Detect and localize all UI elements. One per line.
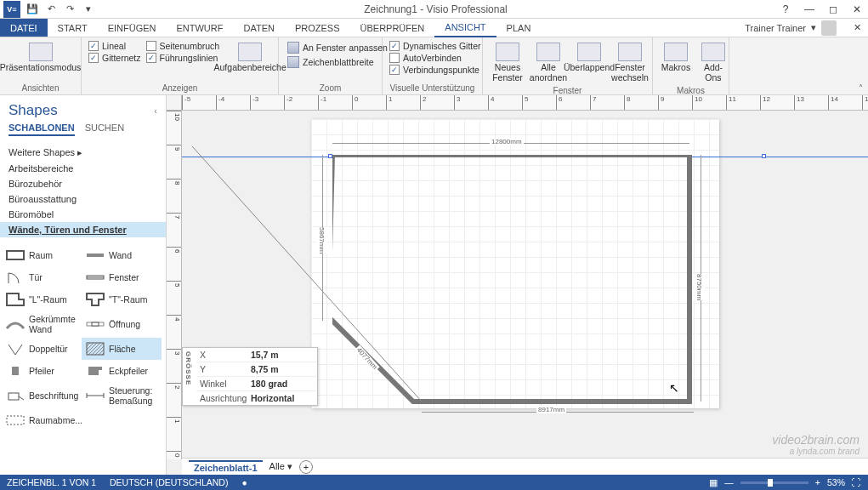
- size-value: 8,75 m: [247, 362, 317, 376]
- tab-entwurf[interactable]: ENTWURF: [166, 19, 233, 37]
- dim-top: 12800mm: [490, 138, 524, 145]
- guide-handle-right[interactable]: [762, 154, 766, 158]
- shape-item-steuerung-bema-ung[interactable]: Steuerung: Bemaßung: [82, 382, 162, 409]
- shape-icon: [5, 363, 26, 379]
- status-page[interactable]: ZEICHENBL. 1 VON 1: [7, 477, 96, 487]
- svg-rect-1: [7, 251, 24, 259]
- shape-label: "T"-Raum: [109, 294, 147, 305]
- shape-item-wand[interactable]: Wand: [82, 244, 162, 266]
- check-autoconnect[interactable]: AutoVerbinden: [389, 53, 481, 63]
- check-fuehrungslinien[interactable]: ✓Führungslinien: [146, 53, 220, 63]
- cat-arbeitsbereiche[interactable]: Arbeitsbereiche: [0, 161, 166, 176]
- zoom-out-button[interactable]: —: [724, 477, 734, 487]
- maximize-icon[interactable]: ◻: [822, 1, 844, 18]
- shape-item-beschriftung[interactable]: Beschriftung: [2, 382, 82, 409]
- ruler-horizontal[interactable]: -5-4-3-2-1012345678910111213141516171819…: [182, 95, 868, 111]
- close-subwindow-icon[interactable]: ✕: [854, 22, 861, 33]
- zoom-slider[interactable]: [740, 481, 808, 484]
- tab-ueberpruefen[interactable]: ÜBERPRÜFEN: [350, 19, 435, 37]
- close-icon[interactable]: ✕: [846, 1, 868, 18]
- cat-waende-tueren-fenster[interactable]: Wände, Türen und Fenster: [0, 222, 166, 237]
- tab-einfuegen[interactable]: EINFÜGEN: [98, 19, 167, 37]
- shape-item-doppelt-r[interactable]: Doppeltür: [2, 338, 82, 360]
- new-window-button[interactable]: Neues Fenster: [490, 41, 525, 84]
- zoom-value[interactable]: 53%: [827, 477, 845, 487]
- more-shapes-item[interactable]: Weitere Shapes ▸: [0, 145, 166, 161]
- group-zoom-label: Zoom: [286, 82, 375, 93]
- tab-ansicht[interactable]: ANSICHT: [434, 19, 496, 37]
- shape-item-eckpfeiler[interactable]: Eckpfeiler: [82, 360, 162, 382]
- size-row[interactable]: Winkel180 grad: [196, 377, 317, 391]
- shape-item-raum[interactable]: Raum: [2, 244, 82, 266]
- size-row[interactable]: Y8,75 m: [196, 362, 317, 377]
- task-panes-button[interactable]: Aufgabenbereiche: [224, 41, 275, 75]
- cat-bueromoebel[interactable]: Büromöbel: [0, 207, 166, 222]
- tab-start[interactable]: START: [48, 19, 98, 37]
- subtab-suchen[interactable]: SUCHEN: [85, 122, 124, 136]
- check-connection-points[interactable]: ✓Verbindungspunkte: [389, 65, 481, 75]
- cascade-button[interactable]: Überlappend: [571, 41, 607, 75]
- page-filter-all[interactable]: Alle ▾: [269, 461, 292, 472]
- macros-button[interactable]: Makros: [660, 41, 692, 75]
- zoom-in-button[interactable]: +: [815, 477, 820, 487]
- cat-bueroausstattung[interactable]: Büroausstattung: [0, 191, 166, 207]
- user-name[interactable]: Trainer Trainer: [745, 23, 806, 33]
- drawing-canvas[interactable]: -5-4-3-2-1012345678910111213141516171819…: [167, 95, 868, 475]
- view-normal-icon[interactable]: ▦: [709, 477, 718, 487]
- collapse-ribbon-icon[interactable]: ˄: [859, 83, 863, 93]
- user-avatar[interactable]: [821, 20, 837, 36]
- group-visuelle-label: Visuelle Unterstützung: [389, 82, 475, 93]
- user-dropdown-icon[interactable]: ▾: [811, 22, 816, 33]
- shape-item-raumabme-[interactable]: Raumabme...: [2, 409, 82, 431]
- fit-window-button[interactable]: An Fenster anpassen: [286, 41, 389, 54]
- subtab-schablonen[interactable]: SCHABLONEN: [9, 122, 75, 136]
- shapes-collapse-icon[interactable]: ‹: [154, 105, 157, 116]
- tab-prozess[interactable]: PROZESS: [285, 19, 350, 37]
- status-language[interactable]: DEUTSCH (DEUTSCHLAND): [110, 477, 228, 487]
- size-position-popup[interactable]: GRÖSSE X15,7 mY8,75 mWinkel180 gradAusri…: [182, 347, 318, 406]
- qat-undo-icon[interactable]: ↶: [43, 1, 60, 18]
- switch-window-button[interactable]: Fenster wechseln: [612, 41, 648, 84]
- check-lineal[interactable]: ✓Lineal: [88, 41, 141, 51]
- presentation-mode-button[interactable]: Präsentationsmodus: [7, 41, 74, 75]
- qat-save-icon[interactable]: 💾: [24, 1, 41, 18]
- check-gitternetz[interactable]: ✓Gitternetz: [88, 53, 141, 63]
- help-icon[interactable]: ?: [774, 1, 797, 18]
- cat-buerozubehoer[interactable]: Bürozubehör: [0, 176, 166, 191]
- arrange-all-button[interactable]: Alle anordnen: [530, 41, 566, 84]
- shape-icon: [5, 316, 26, 332]
- shape-item-gekr-mmte-wand[interactable]: Gekrümmte Wand: [2, 311, 82, 338]
- size-row[interactable]: AusrichtungHorizontal: [196, 391, 317, 405]
- shape-icon: [5, 270, 26, 285]
- page-width-icon: [287, 56, 299, 68]
- size-row[interactable]: X15,7 m: [196, 348, 317, 362]
- addons-button[interactable]: Add- Ons: [697, 41, 729, 84]
- page-tab-1[interactable]: Zeichenblatt-1: [189, 460, 263, 474]
- shape-icon: [5, 413, 26, 428]
- shape-item-fl-che[interactable]: Fläche: [82, 338, 162, 360]
- tab-plan[interactable]: PLAN: [496, 19, 542, 37]
- check-dyn-grid[interactable]: ✓Dynamisches Gitter: [389, 41, 481, 51]
- zoom-fit-icon[interactable]: ⛶: [852, 477, 861, 487]
- shape-item--ffnung[interactable]: Öffnung: [82, 311, 162, 338]
- shape-item-fenster[interactable]: Fenster: [82, 266, 162, 288]
- shape-item-pfeiler[interactable]: Pfeiler: [2, 360, 82, 382]
- shape-item--t-raum[interactable]: "T"-Raum: [82, 288, 162, 311]
- qat-customize-icon[interactable]: ▾: [80, 1, 97, 18]
- minimize-icon[interactable]: —: [798, 1, 820, 18]
- check-seitenumbruch[interactable]: Seitenumbruch: [146, 41, 220, 51]
- shape-icon: [85, 248, 105, 263]
- shape-label: Fläche: [109, 344, 136, 354]
- svg-rect-28: [7, 416, 24, 424]
- page-width-button[interactable]: Zeichenblattbreite: [286, 55, 389, 69]
- qat-redo-icon[interactable]: ↷: [61, 1, 78, 18]
- group-ansichten-label: Ansichten: [7, 82, 74, 93]
- shape-item-t-r[interactable]: Tür: [2, 266, 82, 288]
- tab-daten[interactable]: DATEN: [233, 19, 284, 37]
- zoom-thumb[interactable]: [768, 479, 773, 487]
- shape-item--l-raum[interactable]: "L"-Raum: [2, 288, 82, 311]
- macro-record-icon[interactable]: ●: [241, 477, 247, 487]
- ruler-vertical[interactable]: 109876543210: [167, 111, 182, 459]
- file-tab[interactable]: DATEI: [0, 19, 48, 37]
- add-page-button[interactable]: +: [299, 460, 313, 474]
